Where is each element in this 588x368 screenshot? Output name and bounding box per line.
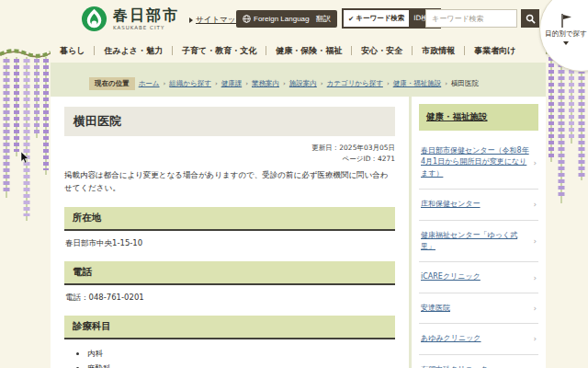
updated-date: 更新日：2025年03月05日 (64, 143, 395, 154)
city-logo[interactable]: 春日部市 KASUKABE CITY (81, 6, 179, 32)
sidebar-item-hoken-center[interactable]: 春日部市保健センター（令和8年4月1日から開所日が変更になります） › (419, 136, 538, 190)
sidebar-item-aruga-naika[interactable]: 有賀内科クリニック › (419, 355, 538, 368)
breadcrumb-label: 現在の位置 (89, 77, 135, 90)
section-header-address: 所在地 (64, 207, 395, 231)
sidebar-facilities: 健康・福祉施設 春日部市保健センター（令和8年4月1日から開所日が変更になります… (412, 97, 546, 368)
translate-button[interactable]: 翻訳 (310, 10, 337, 28)
sidebar-link-label[interactable]: あゆみクリニック (421, 333, 481, 344)
foreign-language-label: Foreign Language (254, 15, 313, 23)
page-meta: 更新日：2025年03月05日 ページID：4271 (64, 143, 395, 165)
breadcrumb: 現在の位置 ホーム › 組織から探す › 健康課 › 業務案内 › 施設案内 ›… (89, 77, 533, 90)
breadcrumb-kenkoka[interactable]: 健康課 (221, 79, 243, 88)
purpose-label: 目的別で探す (545, 29, 586, 39)
breadcrumb-separator: › (283, 80, 286, 87)
sidebar-link-label[interactable]: iCAREクリニック (421, 271, 481, 282)
breadcrumb-separator: › (245, 80, 248, 87)
search-input[interactable] (425, 9, 517, 28)
tab-keyword-search[interactable]: ✔ キーワード検索 (344, 10, 409, 27)
department-item: 内科 (87, 346, 395, 361)
main-content: 横田医院 更新日：2025年03月05日 ページID：4271 掲載内容は都合に… (51, 97, 409, 368)
chevron-down-icon (563, 41, 569, 45)
sidebar-item-yukku-takesato[interactable]: 健康福祉センター「ゆっく武里」 › (419, 221, 538, 263)
search-button[interactable] (521, 9, 539, 28)
nav-item-shisei[interactable]: 市政情報 (413, 45, 464, 57)
nav-item-kosodate[interactable]: 子育て・教育・文化 (173, 45, 266, 57)
chevron-right-icon: › (533, 158, 537, 167)
notice-text: 掲載内容は都合により変更となる場合がありますので、受診の前に必ず医療機関に問い合… (64, 168, 395, 195)
breadcrumb-category[interactable]: カテゴリから探す (327, 79, 383, 88)
section-header-phone: 電話 (64, 261, 395, 285)
global-nav: 暮らし 住みよさ・魅力 子育て・教育・文化 健康・保険・福祉 安心・安全 市政情… (51, 39, 537, 63)
nav-item-sumiyosa[interactable]: 住みよさ・魅力 (95, 45, 172, 57)
breadcrumb-soshiki[interactable]: 組織から探す (169, 79, 211, 88)
search-by-purpose-button[interactable]: 目的別で探す (539, 0, 588, 72)
chevron-right-icon: › (533, 304, 537, 313)
sidebar-link-label[interactable]: 健康福祉センター「ゆっく武里」 (421, 230, 529, 253)
breadcrumb-shisetsu[interactable]: 施設案内 (289, 79, 317, 88)
nav-item-anshin[interactable]: 安心・安全 (352, 45, 412, 57)
chevron-right-icon: › (533, 236, 537, 246)
departments-list: 内科 麻酔科 循環器内科 ペインクリニック科 (87, 346, 395, 368)
chevron-right-icon: › (533, 200, 537, 209)
globe-icon (243, 15, 251, 23)
nav-item-kurashi[interactable]: 暮らし (51, 45, 94, 57)
sidebar-item-icare-clinic[interactable]: iCAREクリニック › (419, 262, 538, 293)
breadcrumb-separator: › (164, 80, 166, 87)
breadcrumb-kenko-fukushi[interactable]: 健康・福祉施設 (393, 79, 442, 88)
section-header-departments: 診療科目 (64, 316, 395, 339)
city-name-en: KASUKABE CITY (113, 25, 179, 30)
breadcrumb-current: 横田医院 (451, 79, 479, 88)
city-logo-text: 春日部市 KASUKABE CITY (113, 8, 179, 30)
phone-value: 電話：048-761-0201 (64, 285, 395, 304)
translate-label: 翻訳 (316, 14, 331, 24)
breadcrumb-separator: › (387, 80, 390, 87)
page-id: ページID：4271 (64, 154, 395, 165)
sidebar-item-ayumi-clinic[interactable]: あゆみクリニック › (419, 324, 538, 354)
city-name: 春日部市 (113, 8, 179, 23)
chevron-right-icon: › (533, 334, 537, 343)
arrow-right-icon (189, 17, 193, 23)
breadcrumb-separator: › (321, 80, 323, 87)
sidebar-item-showa-hoken-center[interactable]: 庄和保健センター › (419, 190, 538, 220)
department-item: 麻酔科 (87, 361, 395, 368)
check-icon: ✔ (348, 15, 354, 23)
nav-item-jigyosha[interactable]: 事業者向け (465, 45, 525, 57)
sidebar-item-adachi-iin[interactable]: 安達医院 › (419, 293, 538, 324)
sidebar-link-label[interactable]: 庄和保健センター (421, 199, 481, 210)
search-icon (526, 14, 536, 24)
kasukabe-crest-icon (81, 6, 107, 32)
sidebar-link-label[interactable]: 有賀内科クリニック (421, 364, 488, 368)
flag-icon (560, 14, 572, 28)
breadcrumb-separator: › (445, 80, 447, 87)
address-value: 春日部市中央1-15-10 (64, 231, 395, 249)
wisteria-decoration-left (0, 46, 51, 239)
sidebar-link-label[interactable]: 安達医院 (421, 303, 450, 314)
mouse-cursor (20, 152, 29, 164)
breadcrumb-separator: › (215, 80, 218, 87)
breadcrumb-gyomu[interactable]: 業務案内 (252, 79, 279, 88)
sidebar-title-link[interactable]: 健康・福祉施設 (419, 104, 538, 131)
page-title: 横田医院 (64, 107, 395, 136)
nav-item-kenko[interactable]: 健康・保険・福祉 (266, 45, 351, 57)
site-header: 春日部市 KASUKABE CITY サイトマップ Foreign Langua… (0, 0, 588, 39)
breadcrumb-home[interactable]: ホーム (139, 79, 160, 88)
chevron-right-icon: › (533, 273, 537, 282)
sidebar-link-label[interactable]: 春日部市保健センター（令和8年4月1日から開所日が変更になります） (421, 145, 529, 179)
keyword-tab-label: キーワード検索 (356, 14, 404, 23)
